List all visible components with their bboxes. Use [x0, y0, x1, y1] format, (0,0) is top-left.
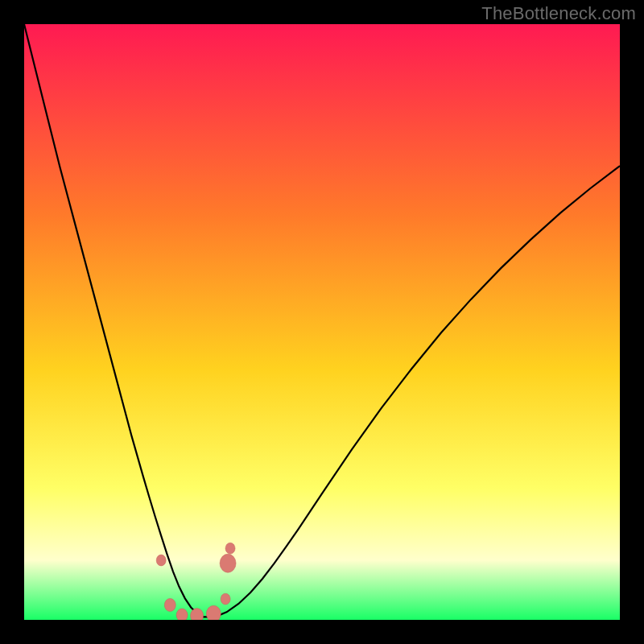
data-marker: [220, 554, 236, 572]
chart-container: TheBottleneck.com: [0, 0, 644, 644]
data-marker: [164, 598, 175, 611]
data-marker: [206, 605, 221, 620]
data-marker: [176, 609, 188, 620]
bottleneck-chart: [24, 24, 620, 620]
data-marker: [225, 543, 235, 554]
data-marker: [221, 593, 230, 605]
watermark-text: TheBottleneck.com: [481, 3, 636, 24]
data-marker: [156, 555, 166, 566]
gradient-background: [24, 24, 620, 620]
